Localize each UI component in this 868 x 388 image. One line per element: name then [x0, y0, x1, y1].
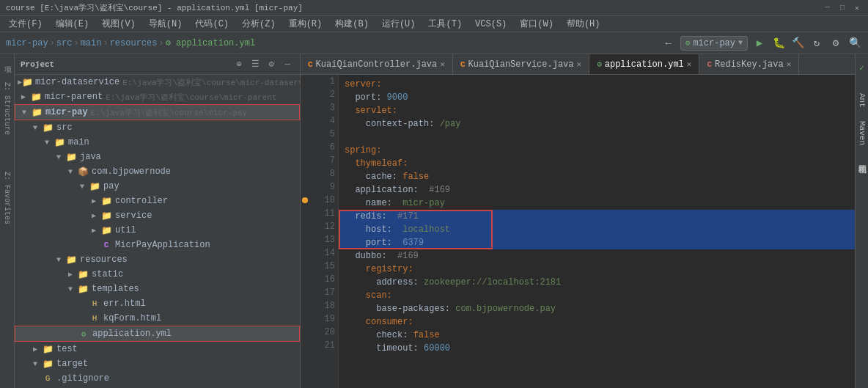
navigate-back-icon[interactable]: ←	[661, 36, 676, 51]
menu-item-w[interactable]: 窗口(W)	[514, 16, 559, 32]
panel-icon-minimize[interactable]: ─	[281, 58, 294, 71]
breadcrumb-project[interactable]: micr-pay	[6, 38, 48, 48]
code-line-10[interactable]: name: micr-pay	[339, 197, 855, 210]
tree-item-test[interactable]: ▶ 📁 test	[15, 342, 300, 356]
tab-label-yml: application.yml	[605, 59, 684, 70]
tab-close-redis[interactable]: ✕	[787, 59, 792, 69]
project-selector[interactable]: ⚙ micr-pay ▼	[680, 36, 748, 51]
code-line-20[interactable]: check: false	[339, 329, 855, 342]
right-panel-ant[interactable]: Ant	[856, 87, 868, 114]
settings-icon[interactable]: ⚙	[828, 36, 843, 51]
code-line-7[interactable]: thymeleaf:	[339, 157, 855, 170]
tab-close-yml[interactable]: ✕	[687, 59, 692, 69]
collapse-arrow: ▼	[41, 139, 53, 147]
breadcrumb-resources[interactable]: resources	[110, 38, 158, 48]
strip-structure[interactable]: Z: Structure	[1, 79, 12, 138]
sync-icon[interactable]: ↻	[809, 36, 824, 51]
breadcrumb-file[interactable]: ⚙ application.yml	[166, 37, 255, 48]
code-line-16[interactable]: address: zookeeper://localhost:2181	[339, 276, 855, 289]
menu-item-z[interactable]: 分析(Z)	[236, 16, 282, 32]
breadcrumb-src[interactable]: src	[56, 38, 73, 48]
token-val-str: localhost	[402, 223, 450, 236]
panel-icon-gear[interactable]: ⊕	[232, 58, 246, 71]
tree-label-java: java	[80, 152, 101, 162]
menu-item-vcss[interactable]: VCS(S)	[469, 18, 512, 31]
code-line-9[interactable]: application: #169	[339, 183, 855, 197]
tree-item-static[interactable]: ▶ 📁 static	[15, 267, 300, 282]
code-line-18[interactable]: base-packages: com.bjpowernode.pay	[339, 302, 855, 315]
code-line-21[interactable]: timeout: 60000	[339, 342, 855, 355]
minimize-button[interactable]: ─	[823, 3, 833, 13]
run-icon[interactable]: ▶	[752, 36, 767, 51]
right-panel-structure[interactable]: 结构视图	[855, 153, 868, 164]
tree-item-micr-parent[interactable]: ▶ 📁 micr-parent E:\java学习\盗利宝\course\mic…	[15, 89, 300, 104]
tree-item-application-yml[interactable]: ⚙ application.yml	[15, 326, 300, 342]
code-line-8[interactable]: cache: false	[339, 170, 855, 183]
tree-item-controller[interactable]: ▶ 📁 controller	[15, 194, 300, 208]
tree-item-resources[interactable]: ▼ 📁 resources	[15, 252, 300, 267]
line-number-13: 13	[315, 235, 335, 245]
code-line-1[interactable]: server:	[339, 78, 855, 91]
breakpoint-dot-10[interactable]	[302, 197, 308, 203]
tab-close-service[interactable]: ✕	[577, 59, 582, 69]
breadcrumb-sep-1: ›	[50, 38, 55, 48]
menu-item-f[interactable]: 文件(F)	[3, 16, 48, 32]
menu-item-t[interactable]: 工具(T)	[422, 16, 468, 32]
right-panel-maven[interactable]: Maven	[856, 115, 868, 151]
strip-favorites[interactable]: Z: Favorites	[1, 169, 12, 227]
search-icon[interactable]: 🔍	[847, 36, 862, 51]
tree-item-target[interactable]: ▼ 📁 target	[15, 356, 300, 371]
panel-icon-settings[interactable]: ⚙	[265, 58, 278, 71]
tab-close-controller[interactable]: ✕	[440, 59, 445, 69]
tree-item-src[interactable]: ▼ 📁 src	[15, 120, 300, 135]
tree-item-micr-pay[interactable]: ▼ 📁 micr-pay E:\java学习\盗利宝\course\micr-p…	[15, 104, 300, 120]
code-line-13[interactable]: port: 6379	[339, 236, 855, 249]
maximize-button[interactable]: □	[837, 3, 847, 13]
tab-redis-key[interactable]: C RedisKey.java ✕	[699, 54, 799, 74]
menu-item-v[interactable]: 视图(V)	[96, 16, 141, 32]
tree-item-service[interactable]: ▶ 📁 service	[15, 208, 300, 223]
code-line-17[interactable]: scan:	[339, 289, 855, 302]
menu-item-r[interactable]: 重构(R)	[283, 16, 328, 32]
close-button[interactable]: ✕	[852, 3, 862, 13]
code-line-15[interactable]: registry:	[339, 263, 855, 276]
tab-application-yml[interactable]: ⚙ application.yml ✕	[589, 54, 699, 74]
breadcrumb-main[interactable]: main	[81, 38, 102, 48]
code-line-11[interactable]: redis: #171	[339, 210, 855, 223]
code-line-2[interactable]: port: 9000	[339, 91, 855, 104]
menu-item-c[interactable]: 代码(C)	[189, 16, 235, 32]
panel-icon-layout[interactable]: ☰	[249, 58, 262, 71]
code-lines[interactable]: server: port: 9000 servlet: context-path…	[339, 75, 855, 388]
tab-kuaiqian-controller[interactable]: C KuaiQianController.java ✕	[301, 54, 453, 74]
menu-item-h[interactable]: 帮助(H)	[561, 16, 606, 32]
menu-item-b[interactable]: 构建(B)	[329, 16, 375, 32]
tree-item-micr-dataservice[interactable]: ▶ 📁 micr-dataservice E:\java学习\盗利宝\cours…	[15, 75, 300, 89]
tree-item-gitignore[interactable]: G .gitignore	[15, 371, 300, 386]
tree-item-templates[interactable]: ▼ 📁 templates	[15, 282, 300, 296]
tab-kuaiqian-service[interactable]: C KuaiQianService.java ✕	[453, 54, 589, 74]
menu-item-u[interactable]: 运行(U)	[376, 16, 422, 32]
code-line-4[interactable]: context-path: /pay	[339, 117, 855, 131]
tree-item-kqform-html[interactable]: H kqForm.html	[15, 311, 300, 326]
code-line-3[interactable]: servlet:	[339, 104, 855, 117]
tree-item-util[interactable]: ▶ 📁 util	[15, 223, 300, 238]
code-line-12[interactable]: host: localhost	[339, 223, 855, 236]
checkmark-icon[interactable]: ✓	[856, 57, 868, 78]
tree-item-package[interactable]: ▼ 📦 com.bjpowernode	[15, 164, 300, 179]
breadcrumb-sep-4: ›	[158, 38, 163, 48]
tree-item-main[interactable]: ▼ 📁 main	[15, 135, 300, 150]
code-line-6[interactable]: spring:	[339, 144, 855, 157]
tree-item-micr-pay-app[interactable]: C MicrPayApplication	[15, 238, 300, 252]
code-line-14[interactable]: dubbo: #169	[339, 249, 855, 263]
strip-item-1[interactable]: 项	[1, 57, 14, 63]
menu-item-n[interactable]: 导航(N)	[143, 16, 188, 32]
tree-item-java[interactable]: ▼ 📁 java	[15, 150, 300, 164]
titlebar-controls[interactable]: ─ □ ✕	[823, 3, 862, 13]
menu-item-e[interactable]: 编辑(E)	[50, 16, 95, 32]
build-icon[interactable]: 🔨	[790, 36, 805, 51]
debug-icon[interactable]: 🐛	[771, 36, 786, 51]
code-line-19[interactable]: consumer:	[339, 315, 855, 329]
code-line-5[interactable]	[339, 131, 855, 144]
tree-item-err-html[interactable]: H err.html	[15, 296, 300, 311]
tree-item-pay[interactable]: ▼ 📁 pay	[15, 179, 300, 194]
